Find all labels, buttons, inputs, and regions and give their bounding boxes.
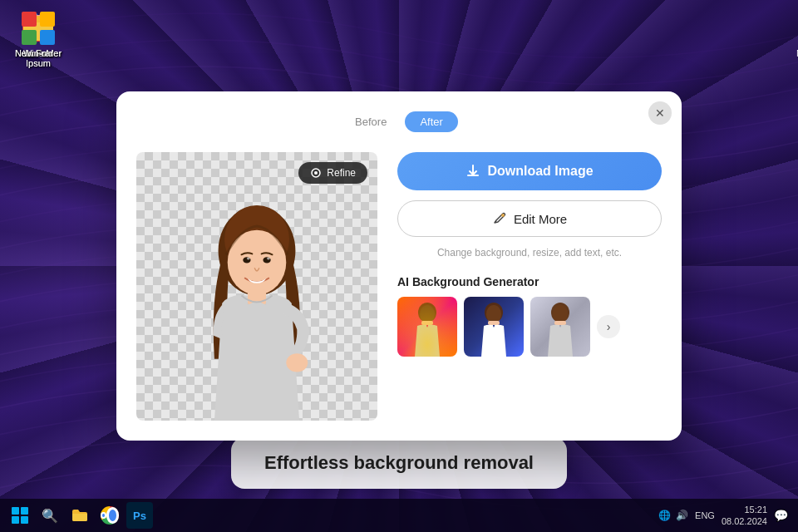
svg-rect-53 — [488, 321, 500, 325]
modal-body: Refine — [136, 152, 662, 421]
taskbar-photoshop-button[interactable]: Ps — [126, 502, 153, 529]
modal-close-button[interactable]: ✕ — [648, 101, 672, 125]
taskbar-file-explorer-button[interactable] — [66, 502, 93, 529]
refine-icon — [310, 167, 322, 179]
tab-before[interactable]: Before — [340, 111, 401, 132]
taskbar-chrome-button[interactable] — [96, 502, 123, 529]
edit-icon — [492, 211, 507, 226]
svg-point-46 — [267, 258, 270, 260]
svg-point-49 — [418, 303, 436, 323]
thumb-person-fire — [397, 297, 457, 357]
tray-language[interactable]: ENG — [695, 510, 715, 520]
taskbar-search-button[interactable]: 🔍 — [37, 502, 63, 529]
ai-bg-thumbnails: › — [397, 297, 662, 357]
chrome-taskbar-icon — [101, 506, 119, 525]
change-bg-hint: Change background, resize, add text, etc… — [397, 247, 662, 259]
thumb-person-grey — [530, 297, 590, 357]
tab-after[interactable]: After — [405, 111, 457, 132]
svg-point-52 — [485, 303, 503, 323]
svg-point-42 — [286, 353, 308, 372]
right-panel: Download Image Edit More Change backgrou… — [397, 152, 662, 421]
search-icon: 🔍 — [42, 508, 58, 524]
person-image — [174, 204, 340, 421]
thumb-person-blue — [464, 297, 524, 357]
taskbar-clock: 15:21 08.02.2024 — [722, 504, 767, 528]
taskbar: 🔍 Ps 🌐 🔊 ENG 15:21 08.02.2024 — [0, 499, 798, 532]
download-image-button[interactable]: Download Image — [397, 152, 662, 190]
svg-point-48 — [420, 305, 435, 323]
refine-button[interactable]: Refine — [298, 162, 367, 184]
taskbar-left: 🔍 Ps — [0, 502, 160, 529]
windows-logo-icon — [12, 507, 28, 524]
tray-network-icon: 🌐 — [658, 510, 671, 521]
svg-rect-50 — [421, 321, 433, 325]
ai-background-section: AI Background Generator — [397, 275, 662, 357]
svg-point-45 — [247, 258, 250, 260]
tabs-container: Before After — [136, 111, 662, 132]
modal-dialog: ✕ Before After Refine — [116, 91, 682, 441]
photoshop-icon: Ps — [126, 502, 153, 529]
image-preview-area: Refine — [136, 152, 377, 421]
edit-more-button[interactable]: Edit More — [397, 200, 662, 237]
taskbar-right: 🌐 🔊 ENG 15:21 08.02.2024 💬 — [648, 504, 798, 528]
ai-bg-title: AI Background Generator — [397, 275, 662, 288]
download-icon — [466, 164, 480, 179]
modal-overlay: ✕ Before After Refine — [0, 0, 798, 532]
ai-bg-next-button[interactable]: › — [597, 315, 620, 338]
system-tray: 🌐 🔊 — [658, 510, 688, 521]
tray-volume-icon: 🔊 — [676, 510, 688, 521]
file-explorer-icon — [71, 508, 88, 523]
svg-point-55 — [551, 303, 569, 323]
start-button[interactable] — [7, 502, 33, 529]
svg-point-47 — [501, 214, 505, 217]
ai-bg-thumbnail-grey[interactable] — [530, 297, 590, 357]
ai-bg-thumbnail-fire[interactable] — [397, 297, 457, 357]
svg-point-37 — [314, 171, 318, 175]
tray-notifications-icon[interactable]: 💬 — [774, 509, 788, 522]
ai-bg-thumbnail-blue[interactable] — [464, 297, 524, 357]
svg-rect-56 — [554, 321, 566, 325]
